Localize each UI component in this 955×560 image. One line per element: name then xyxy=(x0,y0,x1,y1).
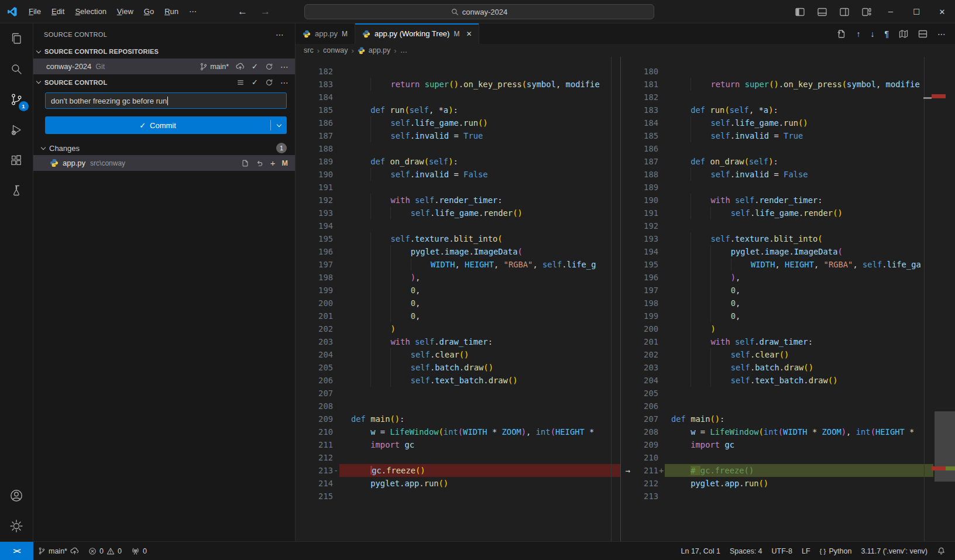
go-forward-button[interactable]: → xyxy=(260,6,270,18)
code-text xyxy=(665,142,955,155)
code-line: 191 xyxy=(296,181,620,194)
indent-guide xyxy=(710,245,730,258)
refresh-icon[interactable] xyxy=(265,63,273,71)
open-changes-icon[interactable] xyxy=(837,29,846,39)
code-text: ), xyxy=(665,271,955,284)
changed-file-row[interactable]: app.py src\conway + M xyxy=(33,155,295,171)
view-as-list-icon[interactable] xyxy=(236,78,245,87)
line-number: 208 xyxy=(635,425,658,438)
section-more-actions-icon[interactable]: ⋯ xyxy=(280,78,289,87)
breadcrumb-item-apppy[interactable]: app.py xyxy=(369,46,391,54)
minimize-button[interactable]: ─ xyxy=(878,0,904,23)
code-text: w = LifeWindow(int(WIDTH * ZOOM), int(HE… xyxy=(339,425,620,438)
code-text: with self.render_timer: xyxy=(665,194,955,207)
code-text xyxy=(339,451,620,464)
activitybar-item-testing[interactable] xyxy=(0,176,33,206)
previous-change-icon[interactable]: ↑ xyxy=(856,29,860,39)
split-editor-icon[interactable] xyxy=(918,29,927,39)
go-back-button[interactable]: ← xyxy=(238,6,248,18)
indent-guide xyxy=(710,348,730,361)
tab-close-icon[interactable]: ✕ xyxy=(466,30,472,38)
indent-guide xyxy=(671,284,691,297)
menu-view[interactable]: View xyxy=(112,5,139,18)
menu-selection[interactable]: Selection xyxy=(70,5,111,18)
activitybar-item-run-and-debug[interactable] xyxy=(0,115,33,145)
command-center-search[interactable]: conway-2024 xyxy=(304,4,654,19)
repositories-section-header[interactable]: SOURCE CONTROL REPOSITORIES xyxy=(33,44,295,59)
breadcrumb[interactable]: src›conway›app.py›… xyxy=(296,44,955,57)
menu-run[interactable]: Run xyxy=(159,5,184,18)
code-text: self.batch.draw() xyxy=(339,361,620,374)
toggle-primary-sidebar-icon[interactable] xyxy=(789,8,811,16)
menu-edit[interactable]: Edit xyxy=(46,5,70,18)
scrollbar-slider[interactable] xyxy=(935,411,955,482)
indent-guide xyxy=(351,116,370,129)
breadcrumb-item-[interactable]: … xyxy=(400,46,408,54)
map-icon[interactable] xyxy=(899,29,908,39)
statusbar-notifications[interactable] xyxy=(932,547,950,555)
diff-editor[interactable]: 182183 return super().on_key_press(symbo… xyxy=(296,57,955,541)
diff-sign xyxy=(658,413,665,425)
sidebar-more-actions-icon[interactable]: ⋯ xyxy=(276,30,284,39)
tab-app-py[interactable]: app.pyM xyxy=(296,23,355,44)
toggle-panel-icon[interactable] xyxy=(811,8,833,16)
changes-section-header[interactable]: Changes 1 xyxy=(33,141,295,155)
activitybar-item-explorer[interactable] xyxy=(0,23,33,54)
menu-more-button[interactable]: ⋯ xyxy=(184,5,202,18)
customize-layout-icon[interactable] xyxy=(856,8,878,16)
code-line: 197 0, xyxy=(621,284,955,297)
statusbar-cursor-position[interactable]: Ln 17, Col 1 xyxy=(676,547,725,555)
commit-button[interactable]: ✓ Commit xyxy=(45,116,287,134)
breadcrumb-item-conway[interactable]: conway xyxy=(323,46,348,54)
statusbar-language-mode[interactable]: { }Python xyxy=(815,547,857,555)
menu-bar: FileEditSelectionViewGoRun⋯ xyxy=(23,5,202,18)
activitybar-item-accounts[interactable] xyxy=(0,480,33,511)
discard-changes-icon[interactable] xyxy=(256,159,264,167)
toggle-secondary-sidebar-icon[interactable] xyxy=(833,8,856,16)
branch-icon[interactable]: main* xyxy=(200,63,229,71)
statusbar-eol[interactable]: LF xyxy=(797,547,815,555)
open-file-icon[interactable] xyxy=(241,159,249,167)
indent-guide xyxy=(351,310,370,322)
statusbar-python-interpreter[interactable]: 3.11.7 ('.venv': venv) xyxy=(856,547,932,555)
line-number: 209 xyxy=(296,413,333,425)
indent-guide xyxy=(390,271,410,284)
repository-row[interactable]: conway-2024 Git main* ✓ ⋯ xyxy=(33,59,295,74)
code-text: pyglet.image.ImageData( xyxy=(665,245,955,258)
statusbar-problems[interactable]: 00 xyxy=(84,542,126,560)
activitybar-item-extensions[interactable] xyxy=(0,145,33,176)
activitybar-item-search[interactable] xyxy=(0,54,33,84)
menu-file[interactable]: File xyxy=(23,5,46,18)
line-number: 215 xyxy=(296,490,333,503)
diff-original-pane[interactable]: 182183 return super().on_key_press(symbo… xyxy=(296,57,620,541)
code-line: 210 w = LifeWindow(int(WIDTH * ZOOM), in… xyxy=(296,425,620,438)
indent-guide xyxy=(671,245,691,258)
commit-message-input[interactable]: don't bother freezing gc before run xyxy=(45,92,287,109)
code-line: 184 self.life_game.run() xyxy=(621,116,955,129)
maximize-button[interactable]: ☐ xyxy=(904,0,929,23)
commit-check-icon[interactable]: ✓ xyxy=(252,78,258,87)
more-actions-icon[interactable]: ⋯ xyxy=(937,29,946,39)
commit-dropdown-button[interactable] xyxy=(270,120,287,130)
activitybar-item-settings[interactable] xyxy=(0,511,33,541)
publish-changes-icon[interactable] xyxy=(236,62,245,71)
statusbar-indentation[interactable]: Spaces: 4 xyxy=(725,547,767,555)
editor-actions: ↑↓¶⋯ xyxy=(837,23,955,44)
statusbar-git-branch[interactable]: main* xyxy=(33,542,84,560)
refresh-icon[interactable] xyxy=(265,78,273,87)
breadcrumb-item-src[interactable]: src xyxy=(304,46,314,54)
next-change-icon[interactable]: ↓ xyxy=(870,29,874,39)
diff-modified-pane[interactable]: 180181 return super().on_key_press(symbo… xyxy=(621,57,955,541)
tab-app-py-working-tree-[interactable]: app.py (Working Tree)M✕ xyxy=(355,23,479,44)
remote-indicator[interactable]: >< xyxy=(0,542,33,560)
menu-go[interactable]: Go xyxy=(139,5,159,18)
statusbar-encoding[interactable]: UTF-8 xyxy=(767,547,797,555)
activitybar-item-source-control[interactable]: 1 xyxy=(0,84,33,115)
toggle-whitespace-icon[interactable]: ¶ xyxy=(884,29,889,39)
repo-more-actions-icon[interactable]: ⋯ xyxy=(280,62,289,71)
commit-check-icon[interactable]: ✓ xyxy=(252,62,258,71)
statusbar-ports[interactable]: 0 xyxy=(126,542,152,560)
close-button[interactable]: ✕ xyxy=(929,0,955,23)
source-control-section-header[interactable]: SOURCE CONTROL ✓ ⋯ xyxy=(33,74,295,90)
stage-changes-icon[interactable]: + xyxy=(270,158,276,168)
